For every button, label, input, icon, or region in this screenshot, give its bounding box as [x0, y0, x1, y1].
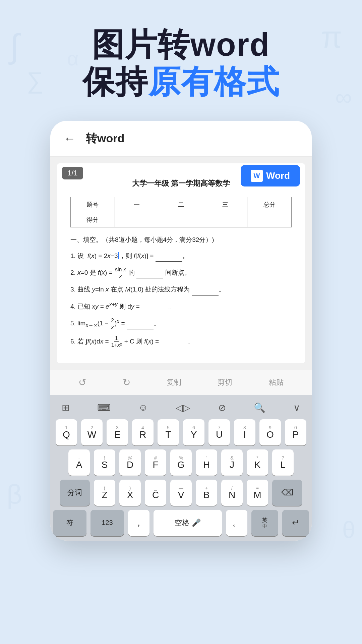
kb-emoji-icon[interactable]: ☺ — [134, 399, 153, 416]
key-W[interactable]: 2W — [81, 419, 103, 445]
word-icon-letter: W — [254, 172, 260, 180]
key-Q[interactable]: 1Q — [56, 419, 77, 445]
app-header: ← 转word — [50, 121, 312, 157]
key-L[interactable]: ?L — [272, 449, 294, 476]
key-V[interactable]: —V — [170, 480, 192, 506]
key-B[interactable]: +B — [196, 480, 217, 506]
page-badge: 1/1 — [62, 167, 83, 179]
kb-search-icon[interactable]: 🔍 — [249, 399, 270, 416]
key-delete[interactable]: ⌫ — [272, 480, 302, 506]
key-period[interactable]: 。 — [226, 510, 247, 536]
key-H[interactable]: "H — [196, 449, 217, 476]
key-I[interactable]: 8I — [234, 419, 255, 445]
key-Z[interactable]: (Z — [94, 480, 115, 506]
headline-blue: 原有格式 — [148, 64, 280, 100]
key-row-2: -A !S @D #F %G "H &J *K ?L — [50, 449, 312, 476]
kb-keyboard-icon[interactable]: ⌨ — [93, 399, 115, 416]
app-title: 转word — [86, 131, 124, 146]
headline-area: 图片转word 保持原有格式 — [0, 0, 362, 114]
math-item-4: 4. 已知 xy = ex+y 则 dy = 。 — [70, 300, 292, 313]
key-D[interactable]: @D — [119, 449, 141, 476]
edit-toolbar: ↺ ↻ 复制 剪切 粘贴 — [50, 370, 312, 395]
phone-mockup: ← 转word 1/1 W Word 大学一年级 第一学期高等数学 题号 一 二… — [50, 121, 312, 541]
word-icon: W — [251, 170, 263, 182]
word-button[interactable]: W Word — [241, 165, 300, 186]
key-space[interactable]: 空格 🎤 — [154, 510, 222, 536]
key-row-4: 符 123 ， 空格 🎤 。 英中 ↵ — [50, 510, 312, 536]
key-O[interactable]: 9O — [259, 419, 281, 445]
key-P[interactable]: 0P — [285, 419, 306, 445]
math-item-3: 3. 曲线 y=ln x 在点 M(1,0) 处的法线方程为 。 — [70, 284, 292, 295]
keyboard-top-row: ⊞ ⌨ ☺ ◁▷ ⊘ 🔍 ∨ — [50, 395, 312, 419]
math-item-1: 1. 设 f(x) = 2x−3，则 f[f(x)] = 。 — [70, 251, 292, 262]
key-N[interactable]: /N — [221, 480, 243, 506]
key-J[interactable]: &J — [221, 449, 243, 476]
undo-button[interactable]: ↺ — [78, 377, 86, 388]
score-table: 题号 一 二 三 总分 得分 — [70, 197, 292, 228]
key-Y[interactable]: 6Y — [183, 419, 204, 445]
key-row-3: 分词 (Z )X _C —V +B /N =M ⌫ — [50, 480, 312, 506]
key-row-1: 1Q 2W 3E 4R 5T 6Y 7U 8I 9O 0P — [50, 419, 312, 445]
key-U[interactable]: 7U — [208, 419, 230, 445]
key-G[interactable]: %G — [170, 449, 192, 476]
key-M[interactable]: =M — [247, 480, 268, 506]
key-X[interactable]: )X — [119, 480, 141, 506]
back-button[interactable]: ← — [64, 131, 76, 146]
key-lang[interactable]: 英中 — [251, 510, 278, 536]
key-A[interactable]: -A — [68, 449, 90, 476]
key-fenci[interactable]: 分词 — [60, 480, 90, 506]
key-S[interactable]: !S — [94, 449, 115, 476]
key-E[interactable]: 3E — [107, 419, 128, 445]
math-item-2: 2. x=0 是 f(x) = sin xx 的 间断点。 — [70, 266, 292, 279]
document-page: 大学一年级 第一学期高等数学 题号 一 二 三 总分 得分 一、填空。（共8 — [57, 163, 305, 363]
key-enter[interactable]: ↵ — [282, 510, 309, 536]
headline-prefix: 保持 — [82, 64, 148, 100]
key-123[interactable]: 123 — [90, 510, 124, 536]
key-T[interactable]: 5T — [158, 419, 179, 445]
kb-grid-icon[interactable]: ⊞ — [57, 399, 74, 416]
key-C[interactable]: _C — [145, 480, 166, 506]
math-item-6: 6. 若 ∫f(x)dx = 11+x² + C 则 f(x) = 。 — [70, 335, 292, 348]
cut-button[interactable]: 剪切 — [218, 377, 232, 387]
key-comma[interactable]: ， — [128, 510, 149, 536]
kb-cursor-icon[interactable]: ◁▷ — [171, 399, 195, 416]
copy-button[interactable]: 复制 — [167, 377, 181, 387]
section-title: 一、填空。（共8道小题，每小题4分，满分32分）) — [70, 234, 292, 246]
doc-area: 1/1 W Word 大学一年级 第一学期高等数学 题号 一 二 三 总分 得分 — [50, 157, 312, 370]
kb-collapse-icon[interactable]: ∨ — [289, 399, 305, 416]
headline-line1: 图片转word — [20, 27, 342, 62]
paste-button[interactable]: 粘贴 — [269, 377, 284, 387]
key-symbols[interactable]: 符 — [53, 510, 86, 536]
keyboard-area: ⊞ ⌨ ☺ ◁▷ ⊘ 🔍 ∨ 1Q 2W 3E 4R 5T 6Y 7U 8I 9… — [50, 395, 312, 541]
key-R[interactable]: 4R — [132, 419, 154, 445]
headline-line2: 保持原有格式 — [20, 62, 342, 101]
kb-link-icon[interactable]: ⊘ — [214, 399, 231, 416]
word-button-label: Word — [266, 170, 290, 181]
key-K[interactable]: *K — [247, 449, 268, 476]
redo-button[interactable]: ↻ — [123, 377, 130, 388]
key-F[interactable]: #F — [145, 449, 166, 476]
math-item-5: 5. limx→∞(1 − 2x)x = 。 — [70, 317, 292, 330]
